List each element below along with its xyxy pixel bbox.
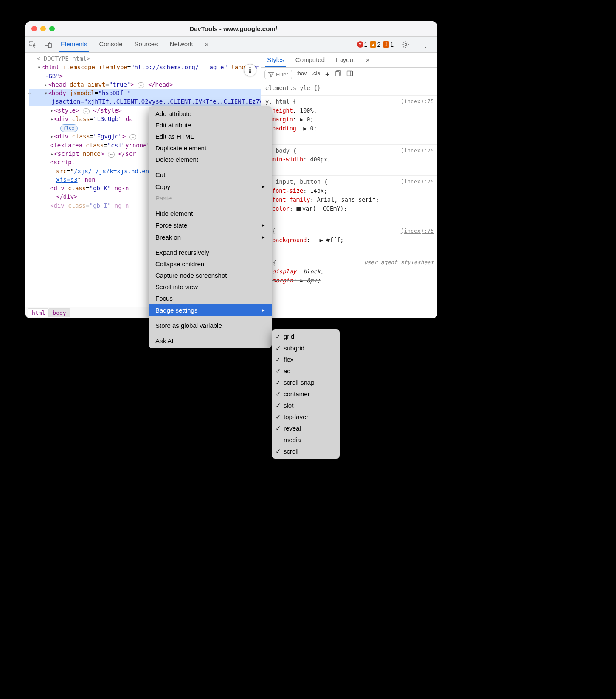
css-rule[interactable]: (index):75y, input, button {font-size: 1… [261, 176, 437, 225]
window-minimize[interactable] [40, 26, 46, 31]
crumb-body[interactable]: body [49, 308, 70, 317]
badge-option-scroll-snap[interactable]: ✓scroll-snap [272, 377, 340, 388]
issues-badge[interactable]: !1 [383, 41, 394, 48]
svg-point-4 [249, 67, 250, 68]
css-rule[interactable]: (index):75l, body {min-width: 400px;} [261, 145, 437, 176]
menu-item-store-as-global-variable[interactable]: Store as global variable [149, 320, 272, 331]
menu-item-badge-settings[interactable]: Badge settings▸ [149, 304, 272, 316]
styles-tab-styles[interactable]: Styles [265, 53, 286, 67]
badge-option-flex[interactable]: ✓flex [272, 354, 340, 365]
rule-source[interactable]: (index):75 [401, 147, 434, 155]
menu-item-ask-ai[interactable]: Ask AI [149, 335, 272, 347]
rule-source[interactable]: (index):75 [401, 178, 434, 186]
menu-item-edit-as-html[interactable]: Edit as HTML [149, 131, 272, 142]
badge-option-top-layer[interactable]: ✓top-layer [272, 411, 340, 423]
styles-tab-computed[interactable]: Computed [294, 53, 326, 67]
rule-source[interactable]: (index):75 [401, 227, 434, 235]
css-declaration[interactable]: font-size: 14px; [265, 186, 434, 195]
toggle-panel-icon[interactable] [345, 69, 355, 80]
crumb-html[interactable]: html [28, 308, 49, 317]
body-element-node[interactable]: ▾<body jsmodel="hspDDf " jsaction="xjhTI… [29, 89, 261, 106]
badge-option-scroll[interactable]: ✓scroll [272, 445, 340, 457]
menu-item-label: Duplicate element [155, 144, 206, 152]
styles-filter-input[interactable]: Filter [264, 70, 292, 79]
toggle-hov[interactable]: :hov [295, 69, 309, 80]
chevron-right-icon: ▸ [262, 183, 265, 190]
more-icon[interactable]: ⋮ [421, 40, 430, 49]
badge-option-grid[interactable]: ✓grid [272, 331, 340, 342]
svg-rect-6 [347, 71, 353, 76]
css-declaration[interactable]: display: block; [265, 267, 434, 276]
menu-item-duplicate-element[interactable]: Duplicate element [149, 142, 272, 154]
settings-icon[interactable] [402, 40, 410, 49]
menu-item-edit-attribute[interactable]: Edit attribute [149, 119, 272, 131]
menu-item-hide-element[interactable]: Hide element [149, 208, 272, 219]
menu-item-capture-node-screenshot[interactable]: Capture node screenshot [149, 270, 272, 281]
device-toggle-icon[interactable] [44, 40, 53, 49]
doctype-node[interactable]: <!DOCTYPE html> [29, 54, 261, 63]
css-declaration[interactable]: font-family: Arial, sans-serif; [265, 195, 434, 204]
tab-network[interactable]: Network [168, 37, 195, 52]
menu-item-add-attribute[interactable]: Add attribute [149, 108, 272, 119]
head-element-node[interactable]: ▸<head data-aimvt="true"> ⋯ </head> [29, 80, 261, 89]
badge-option-ad[interactable]: ✓ad [272, 365, 340, 377]
menu-item-force-state[interactable]: Force state▸ [149, 219, 272, 231]
badge-option-slot[interactable]: ✓slot [272, 400, 340, 411]
inspect-icon[interactable] [29, 40, 37, 49]
css-declaration[interactable]: height: 100%; [265, 106, 434, 115]
menu-item-scroll-into-view[interactable]: Scroll into view [149, 281, 272, 293]
css-rule[interactable]: user agent stylesheety {display: block;m… [261, 256, 437, 297]
check-icon: ✓ [276, 356, 281, 364]
window-close[interactable] [31, 26, 37, 31]
css-declaration[interactable]: background: ▶ #fff; [265, 236, 434, 245]
context-menu[interactable]: Add attributeEdit attributeEdit as HTMLD… [149, 106, 272, 348]
warnings-badge[interactable]: ▲2 [370, 41, 380, 48]
menu-item-cut[interactable]: Cut [149, 169, 272, 180]
styles-rules-list[interactable]: element.style {}(index):75y, html {heigh… [261, 82, 437, 318]
menu-item-label: Expand recursively [155, 249, 209, 256]
css-declaration[interactable]: padding: ▶ 0; [265, 124, 434, 133]
styles-toolbar: Filter :hov .cls + [261, 68, 437, 82]
css-rule[interactable]: element.style {} [261, 82, 437, 96]
menu-item-copy[interactable]: Copy▸ [149, 180, 272, 192]
new-style-rule-button[interactable]: + [323, 69, 332, 80]
toggle-cls[interactable]: .cls [310, 69, 322, 80]
tabs-overflow[interactable]: » [203, 37, 210, 52]
rule-source[interactable]: user agent stylesheet [364, 258, 434, 267]
menu-item-expand-recursively[interactable]: Expand recursively [149, 247, 272, 258]
errors-badge[interactable]: ✕1 [357, 41, 368, 48]
rule-source[interactable]: (index):75 [401, 97, 434, 106]
css-rule[interactable]: (index):75y, html {height: 100%;margin: … [261, 96, 437, 145]
badge-option-media[interactable]: media [272, 434, 340, 445]
badge-option-container[interactable]: ✓container [272, 388, 340, 400]
badge-option-label: reveal [284, 425, 301, 432]
tab-console[interactable]: Console [98, 37, 124, 52]
css-declaration[interactable]: min-width: 400px; [265, 155, 434, 164]
menu-item-delete-element[interactable]: Delete element [149, 154, 272, 165]
menu-item-label: Ask AI [155, 337, 174, 344]
accessibility-icon[interactable] [244, 64, 256, 76]
menu-item-collapse-children[interactable]: Collapse children [149, 258, 272, 270]
menu-item-focus[interactable]: Focus [149, 293, 272, 304]
badge-option-subgrid[interactable]: ✓subgrid [272, 342, 340, 354]
badge-option-reveal[interactable]: ✓reveal [272, 423, 340, 434]
tab-elements[interactable]: Elements [59, 37, 89, 52]
badge-settings-submenu[interactable]: ✓grid✓subgrid✓flex✓ad✓scroll-snap✓contai… [272, 329, 340, 459]
copy-styles-icon[interactable] [333, 69, 343, 80]
menu-item-break-on[interactable]: Break on▸ [149, 231, 272, 243]
tab-sources[interactable]: Sources [133, 37, 160, 52]
menu-item-label: Break on [155, 234, 181, 241]
css-declaration[interactable]: margin: ▶ 8px; [265, 276, 434, 285]
check-icon: ✓ [276, 448, 281, 455]
window-maximize[interactable] [49, 26, 55, 31]
badge-option-label: container [284, 390, 310, 397]
html-element-node[interactable]: ▾<html itemscope itemtype="http://schema… [29, 63, 261, 80]
chevron-right-icon: ▸ [262, 306, 265, 314]
badge-option-label: scroll [284, 448, 298, 455]
css-rule[interactable]: (index):75y {background: ▶ #fff;} [261, 225, 437, 256]
styles-tab-more[interactable]: » [364, 53, 371, 67]
styles-tab-layout[interactable]: Layout [334, 53, 357, 67]
css-declaration[interactable]: color: var(--COEmY); [265, 204, 434, 213]
filter-icon [268, 72, 274, 78]
css-declaration[interactable]: margin: ▶ 0; [265, 115, 434, 124]
